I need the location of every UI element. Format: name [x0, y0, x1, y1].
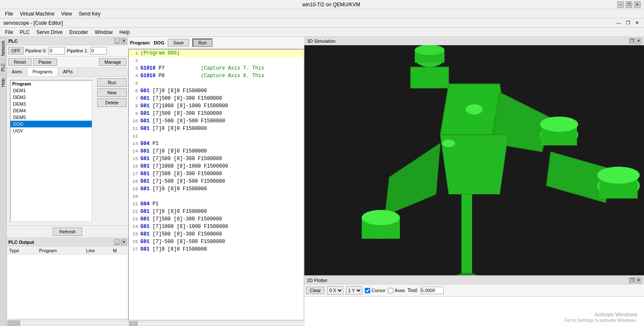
- sim-title-label: 3D Simulation: [307, 39, 335, 44]
- app-menu-file[interactable]: File: [2, 28, 16, 36]
- cursor-label: Cursor: [371, 288, 385, 293]
- code-line-12: 12: [129, 132, 304, 140]
- plc-output-close[interactable]: ✕: [121, 239, 127, 245]
- program-item-dog[interactable]: DOG: [10, 121, 92, 127]
- axes-checkbox-group: Axes: [388, 288, 405, 293]
- svg-rect-2: [410, 67, 449, 88]
- close-button[interactable]: ✕: [634, 1, 641, 8]
- plotter-x-select[interactable]: 0 X: [327, 286, 343, 295]
- app-min-button[interactable]: —: [615, 20, 623, 26]
- code-line-15: 15 G01 [7]500 [8]-300 F1500000: [129, 155, 304, 163]
- plotter-restore-button[interactable]: ❐: [629, 277, 635, 283]
- editor-toolbar: Program: DOG Save Run: [128, 37, 304, 49]
- editor-hscrollbar[interactable]: [128, 320, 304, 326]
- app-restore-button[interactable]: ❐: [624, 20, 632, 26]
- code-line-18: 18 G01 [7]-500 [8]-500 F1500000: [129, 178, 304, 185]
- menu-file[interactable]: File: [2, 10, 16, 18]
- program-item-dem2[interactable]: DEM2: [10, 94, 92, 101]
- tool-value-input[interactable]: [421, 287, 444, 294]
- program-item-dem4[interactable]: DEM4: [10, 107, 92, 114]
- col-type: Type: [8, 247, 37, 254]
- code-line-9: 9 G01 [7]500 [8]-300 F1500000: [129, 110, 304, 117]
- reset-button[interactable]: Reset: [8, 58, 31, 66]
- pipeline1-input[interactable]: [90, 47, 107, 54]
- minimize-button[interactable]: —: [617, 1, 624, 8]
- code-line-26: 26 G01 [7]-500 [8]-500 F1500000: [129, 238, 304, 246]
- outer-vertical-tabs: Network PLC Help: [0, 37, 7, 326]
- program-item-dem5[interactable]: DEM5: [10, 114, 92, 121]
- app-close-button[interactable]: ✕: [634, 20, 641, 26]
- program-list-area: Program DEM1 DEM2 DEM3 DEM4 DEM5 DOG UGV…: [7, 77, 128, 225]
- vtab-plc[interactable]: PLC: [0, 60, 6, 75]
- restore-button[interactable]: ❐: [626, 1, 632, 8]
- menu-virtual-machine[interactable]: Virtual Machine: [16, 10, 58, 18]
- app-menu-servo-drive[interactable]: Servo Drive: [33, 28, 66, 36]
- pipeline1-label: Pipeline 1:: [67, 48, 88, 53]
- app-menu-encoder[interactable]: Encoder: [66, 28, 91, 36]
- run-program-button[interactable]: Run: [97, 78, 127, 87]
- tab-apis[interactable]: APIs: [58, 68, 78, 76]
- program-list-header: Program: [10, 80, 92, 87]
- refresh-row: Refresh: [7, 225, 128, 238]
- plotter-close-button[interactable]: ✕: [636, 277, 641, 283]
- new-program-button[interactable]: New: [97, 88, 127, 97]
- activate-windows-title: Activate Windows: [564, 311, 637, 318]
- cursor-checkbox-group: Cursor: [365, 288, 385, 293]
- svg-point-22: [442, 140, 455, 147]
- app-menu-help[interactable]: Help: [116, 28, 133, 36]
- pipeline0-label: Pipeline 0:: [25, 48, 47, 53]
- program-item-dem3[interactable]: DEM3: [10, 101, 92, 107]
- plc-panel-close[interactable]: ✕: [121, 38, 127, 44]
- app-controls: — ❐ ✕: [615, 20, 641, 26]
- plotter-title-label: 2D Plotter: [307, 278, 327, 283]
- program-item-dem1[interactable]: DEM1: [10, 87, 92, 94]
- pause-button[interactable]: Pause: [33, 58, 57, 66]
- menu-view[interactable]: View: [58, 10, 75, 18]
- plotter-clear-button[interactable]: Clear: [306, 287, 325, 294]
- program-label: Program:: [130, 40, 151, 45]
- vtab-help[interactable]: Help: [0, 75, 6, 91]
- code-area[interactable]: 1 (Program DOG) 2 3 G1010 P7 (Capture Ax…: [128, 49, 304, 320]
- program-actions: Run New Delete: [96, 77, 128, 225]
- plotter-y-select[interactable]: 1 Y: [346, 286, 362, 295]
- menu-send-key[interactable]: Send Key: [75, 10, 104, 18]
- sim-restore-button[interactable]: ❐: [629, 38, 635, 44]
- code-line-17: 17 G01 [7]500 [8]-300 F1500000: [129, 170, 304, 178]
- code-line-24: 24 G01 [7]1000 [8]-1000 F1500000: [129, 223, 304, 230]
- code-line-23: 23 G01 [7]500 [8]-300 F1500000: [129, 215, 304, 223]
- plotter-title-controls: ❐ ✕: [629, 277, 641, 283]
- code-line-6: 6 G01 [7]0 [8]0 F1500000: [129, 87, 304, 95]
- simulation-3d-panel: 3D Simulation ❐ ✕: [304, 37, 644, 276]
- plc-panel-title-bar: PLC _ ✕: [7, 37, 128, 45]
- main-layout: Network PLC Help PLC _ ✕ OFF Pipeline 0:…: [0, 37, 644, 326]
- outer-menu-bar: File Virtual Machine View Send Key: [0, 9, 644, 18]
- delete-program-button[interactable]: Delete: [97, 98, 127, 107]
- app-menu-window[interactable]: Window: [91, 28, 116, 36]
- save-button[interactable]: Save: [168, 39, 189, 47]
- manage-button[interactable]: Manage: [99, 58, 127, 66]
- plc-toolbar: OFF Pipeline 0: Pipeline 1:: [7, 45, 128, 57]
- plc-toggle-button[interactable]: OFF: [8, 47, 23, 54]
- plc-output-panel: PLC Output _ ✕ Type Program Line M: [7, 238, 128, 326]
- pipeline0-input[interactable]: [48, 47, 65, 54]
- col-line: Line: [84, 247, 111, 254]
- code-line-2: 2: [129, 57, 304, 65]
- code-line-1: 1 (Program DOG): [129, 49, 304, 57]
- plc-panel-min[interactable]: _: [114, 38, 120, 44]
- run-editor-button[interactable]: Run: [192, 39, 213, 47]
- plc-output-min[interactable]: _: [114, 239, 120, 245]
- svg-point-21: [466, 104, 483, 114]
- activate-windows-notice: Activate Windows Go to Settings to activ…: [564, 311, 637, 323]
- cursor-checkbox[interactable]: [365, 288, 370, 293]
- app-menu-plc[interactable]: PLC: [16, 28, 33, 36]
- refresh-button[interactable]: Refresh: [53, 228, 82, 236]
- plc-panel: PLC _ ✕ OFF Pipeline 0: Pipeline 1: Rese…: [7, 37, 128, 238]
- tab-axes[interactable]: Axes: [7, 68, 27, 76]
- tab-programs[interactable]: Programs: [27, 68, 58, 76]
- svg-point-17: [362, 210, 400, 225]
- program-item-ugv[interactable]: UGV: [10, 127, 92, 134]
- svg-point-13: [597, 167, 640, 184]
- vtab-network[interactable]: Network: [0, 37, 6, 60]
- axes-checkbox[interactable]: [388, 288, 393, 293]
- sim-close-button[interactable]: ✕: [636, 38, 641, 44]
